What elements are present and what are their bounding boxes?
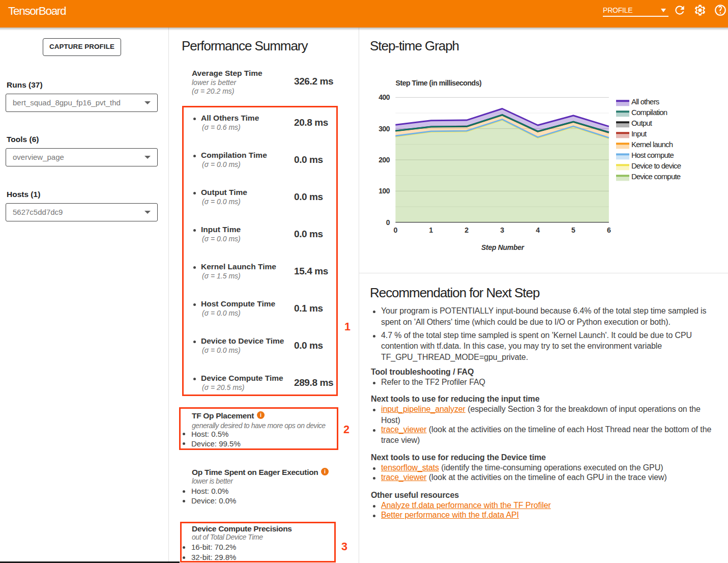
- svg-text:Device to device: Device to device: [631, 161, 681, 170]
- svg-text:Compilation: Compilation: [631, 108, 667, 117]
- svg-text:Host compute: Host compute: [631, 151, 674, 159]
- svg-text:Device compute: Device compute: [631, 172, 681, 181]
- svg-text:Step Time (in milliseconds): Step Time (in milliseconds): [396, 79, 482, 87]
- svg-text:200: 200: [378, 156, 390, 164]
- svg-text:300: 300: [378, 125, 390, 133]
- svg-text:Kernel launch: Kernel launch: [631, 140, 673, 149]
- svg-text:Output: Output: [631, 119, 653, 127]
- svg-text:2: 2: [464, 226, 469, 234]
- svg-text:6: 6: [607, 226, 611, 234]
- svg-text:0: 0: [393, 226, 397, 234]
- svg-text:1: 1: [429, 226, 433, 234]
- svg-text:400: 400: [378, 93, 390, 101]
- svg-text:All others: All others: [631, 97, 659, 106]
- svg-text:Input: Input: [631, 129, 647, 138]
- svg-text:Step Number: Step Number: [481, 243, 525, 251]
- svg-text:4: 4: [536, 226, 540, 234]
- svg-text:0: 0: [386, 218, 390, 227]
- svg-text:3: 3: [500, 226, 504, 234]
- svg-text:100: 100: [378, 187, 390, 195]
- svg-text:5: 5: [571, 226, 575, 234]
